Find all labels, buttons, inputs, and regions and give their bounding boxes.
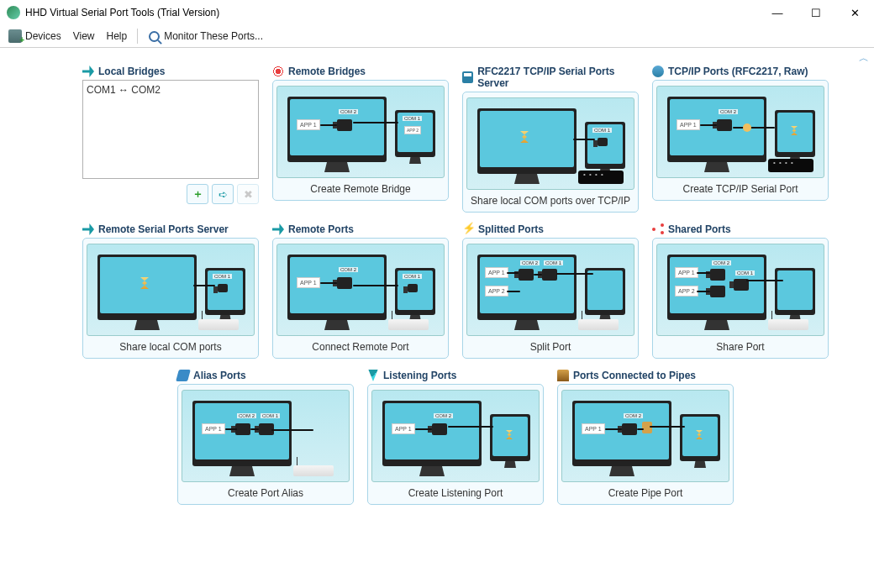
- section-title: Remote Bridges: [288, 66, 366, 77]
- window-title: HHD Virtual Serial Port Tools (Trial Ver…: [25, 7, 219, 18]
- server-icon: [462, 71, 473, 83]
- section-splitted-ports: Splitted Ports APP 1 APP 2 COM 2 COM 1: [462, 221, 639, 359]
- section-remote-server: Remote Serial Ports Server COM 1 Shar: [82, 221, 259, 359]
- caption[interactable]: Create Pipe Port: [608, 487, 683, 499]
- card-remote-server[interactable]: COM 1 Share local COM ports: [82, 238, 259, 359]
- section-listening-ports: Listening Ports APP 1 COM 2: [367, 367, 544, 505]
- card-listening-ports[interactable]: APP 1 COM 2 Create Listening Port: [367, 384, 544, 505]
- section-shared-ports: Shared Ports APP 1 APP 2 COM 2 COM 1: [652, 221, 829, 359]
- card-pipe-ports[interactable]: APP 1 COM 2 Create Pipe Port: [557, 384, 734, 505]
- minimize-button[interactable]: —: [758, 0, 797, 25]
- card-rfc-server[interactable]: COM 1 Share local COM ports over TCP/IP: [462, 92, 639, 213]
- devices-menu[interactable]: Devices: [3, 28, 66, 45]
- alias-icon: [176, 370, 191, 381]
- section-title: Shared Ports: [668, 223, 731, 235]
- bridge-entry[interactable]: COM1 ↔ COM2: [87, 84, 255, 96]
- monitor-ports-button[interactable]: Monitor These Ports...: [143, 29, 268, 45]
- section-remote-ports: Remote Ports APP 1 COM 2 COM 1: [272, 221, 449, 359]
- toolbar: Devices View Help Monitor These Ports...: [0, 25, 874, 48]
- card-splitted-ports[interactable]: APP 1 APP 2 COM 2 COM 1: [462, 238, 639, 359]
- close-button[interactable]: ✕: [835, 0, 874, 25]
- section-title: Listening Ports: [383, 370, 456, 381]
- caption[interactable]: Create Remote Bridge: [310, 183, 410, 195]
- section-title: TCP/IP Ports (RFC2217, Raw): [668, 66, 808, 77]
- caption[interactable]: Create Listening Port: [408, 487, 503, 499]
- section-title: Remote Serial Ports Server: [98, 223, 229, 235]
- caption[interactable]: Create TCP/IP Serial Port: [683, 183, 798, 195]
- card-remote-bridges[interactable]: APP 1 COM 2 APP 2 COM 1 Create Remote Br…: [272, 80, 449, 201]
- caption[interactable]: Share local COM ports over TCP/IP: [471, 195, 630, 207]
- help-menu[interactable]: Help: [101, 29, 132, 44]
- section-tcpip-ports: TCP/IP Ports (RFC2217, Raw) APP 1 COM 2: [652, 63, 829, 213]
- magnify-icon: [149, 31, 160, 42]
- card-tcpip-ports[interactable]: APP 1 COM 2 Create TCP/IP Serial Port: [652, 80, 829, 201]
- scroll-up-icon[interactable]: ︿: [859, 51, 869, 66]
- caption[interactable]: Share Port: [716, 341, 764, 353]
- add-bridge-button[interactable]: ＋: [187, 184, 208, 204]
- workspace: ︿ Local Bridges COM1 ↔ COM2 ＋ ➪ ✖ Remote…: [0, 48, 874, 588]
- caption[interactable]: Share local COM ports: [119, 341, 221, 353]
- tcp-icon: [652, 66, 664, 77]
- listen-icon: [367, 370, 379, 381]
- split-icon: [462, 223, 474, 235]
- section-alias-ports: Alias Ports APP 1 COM 2 COM 1: [177, 367, 354, 505]
- local-bridges-list[interactable]: COM1 ↔ COM2: [82, 80, 259, 179]
- pipe-icon: [557, 370, 569, 381]
- card-remote-ports[interactable]: APP 1 COM 2 COM 1 Connect Remote Port: [272, 238, 449, 359]
- section-local-bridges: Local Bridges COM1 ↔ COM2 ＋ ➪ ✖: [82, 63, 259, 213]
- app-icon: [7, 6, 20, 19]
- section-title: Remote Ports: [288, 223, 354, 235]
- section-title: Alias Ports: [193, 370, 246, 381]
- section-title: RFC2217 TCP/IP Serial Ports Server: [477, 66, 639, 89]
- separator: [137, 29, 138, 44]
- maximize-button[interactable]: ☐: [797, 0, 835, 25]
- section-title: Splitted Ports: [478, 223, 544, 235]
- titlebar: HHD Virtual Serial Port Tools (Trial Ver…: [0, 0, 874, 25]
- section-title: Local Bridges: [98, 66, 165, 77]
- card-shared-ports[interactable]: APP 1 APP 2 COM 2 COM 1: [652, 238, 829, 359]
- devices-icon: [8, 29, 22, 43]
- section-remote-bridges: Remote Bridges APP 1 COM 2 APP 2 COM 1: [272, 63, 449, 213]
- share-icon: [652, 223, 664, 235]
- bridge-icon: [82, 66, 94, 77]
- view-menu[interactable]: View: [68, 29, 100, 44]
- forward-bridge-button[interactable]: ➪: [212, 184, 234, 204]
- remote-icon: [272, 66, 284, 77]
- section-title: Ports Connected to Pipes: [573, 370, 696, 381]
- delete-bridge-button[interactable]: ✖: [237, 184, 259, 204]
- section-pipe-ports: Ports Connected to Pipes APP 1 COM 2: [557, 367, 734, 505]
- card-alias-ports[interactable]: APP 1 COM 2 COM 1 Create Port Alias: [177, 384, 354, 505]
- caption[interactable]: Create Port Alias: [228, 487, 303, 499]
- section-rfc-server: RFC2217 TCP/IP Serial Ports Server COM 1: [462, 63, 639, 213]
- link-icon: [272, 223, 284, 235]
- caption[interactable]: Split Port: [530, 341, 571, 353]
- link-icon: [82, 223, 94, 235]
- caption[interactable]: Connect Remote Port: [312, 341, 408, 353]
